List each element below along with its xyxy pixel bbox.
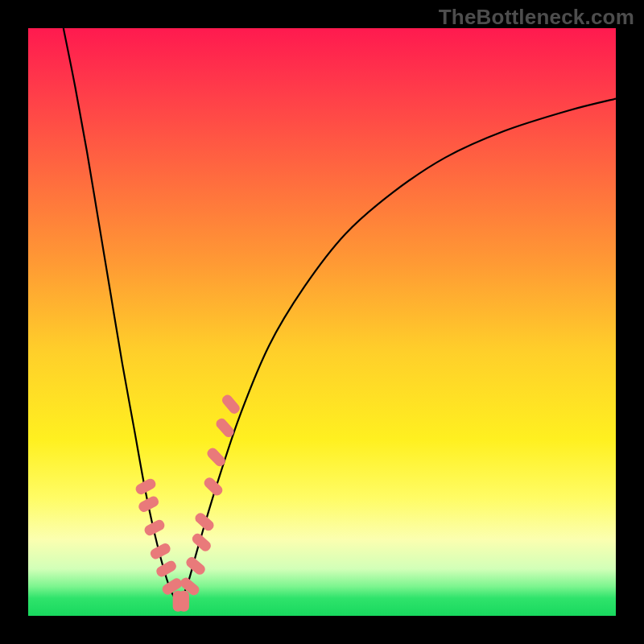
plot-area bbox=[28, 28, 616, 616]
marker-point bbox=[179, 591, 189, 612]
marker-group bbox=[134, 393, 242, 612]
chart-frame: TheBottleneck.com bbox=[0, 0, 644, 644]
curve-right bbox=[178, 99, 616, 605]
marker-point bbox=[193, 511, 216, 533]
watermark-text: TheBottleneck.com bbox=[439, 5, 634, 30]
curve-left bbox=[64, 28, 178, 604]
chart-overlay bbox=[28, 28, 616, 616]
marker-point bbox=[221, 393, 242, 415]
